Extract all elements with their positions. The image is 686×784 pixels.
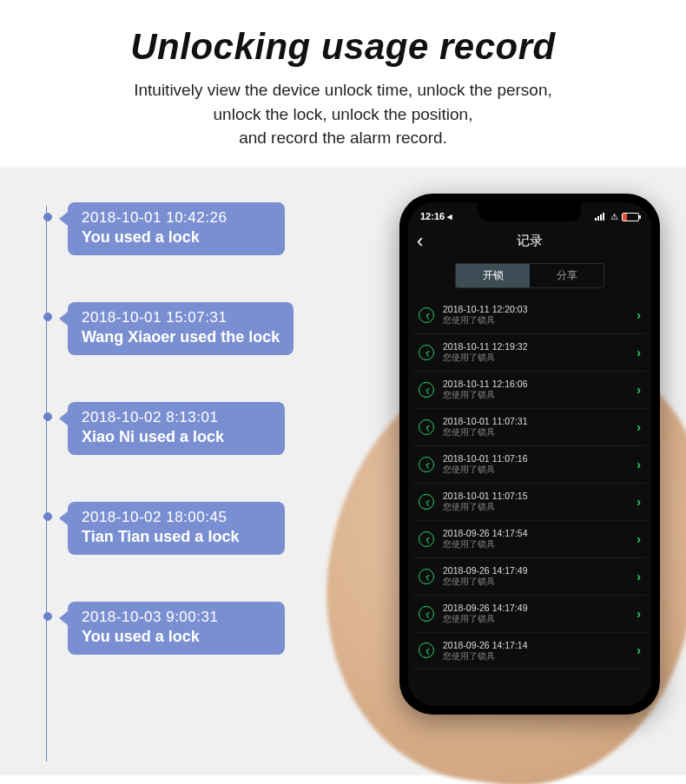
record-content: 2018-10-01 11:07:16您使用了锁具 xyxy=(443,453,637,476)
chevron-right-icon: › xyxy=(637,458,641,471)
clock-icon xyxy=(419,569,434,584)
phone-frame: 12:16 ◂ ⚠ ‹ 记录 开锁 分享 2018-10-11 12:20:03… xyxy=(399,194,660,715)
timeline-dot xyxy=(43,213,52,221)
clock-icon xyxy=(419,494,434,510)
log-timestamp: 2018-10-02 18:00:45 xyxy=(82,509,271,526)
clock-icon xyxy=(419,382,434,398)
status-time: 12:16 ◂ xyxy=(420,211,452,222)
log-timestamp: 2018-10-02 8:13:01 xyxy=(82,409,271,426)
record-row[interactable]: 2018-10-01 11:07:31您使用了锁具› xyxy=(413,409,646,446)
record-content: 2018-09-26 14:17:49您使用了锁具 xyxy=(443,565,637,588)
timeline-dot xyxy=(43,612,52,621)
clock-icon xyxy=(419,419,434,435)
battery-icon xyxy=(622,213,639,221)
record-msg: 您使用了锁具 xyxy=(443,352,637,363)
clock-icon xyxy=(419,457,434,472)
log-message: Xiao Ni used a lock xyxy=(82,428,271,446)
record-time: 2018-10-11 12:19:32 xyxy=(443,341,637,353)
log-message: Wang Xiaoer used the lock xyxy=(82,328,280,346)
record-msg: 您使用了锁具 xyxy=(443,576,637,587)
nav-title: 记录 xyxy=(517,233,543,249)
log-bubble: 2018-10-02 18:00:45 Tian Tian used a loc… xyxy=(68,502,285,555)
record-time: 2018-09-26 14:17:54 xyxy=(443,528,637,540)
record-msg: 您使用了锁具 xyxy=(443,651,637,662)
timeline: 2018-10-01 10:42:26 You used a lock 2018… xyxy=(43,202,347,702)
record-time: 2018-09-26 14:17:49 xyxy=(443,603,637,615)
record-time: 2018-09-26 14:17:49 xyxy=(443,565,637,577)
phone-mockup: 12:16 ◂ ⚠ ‹ 记录 开锁 分享 2018-10-11 12:20:03… xyxy=(391,194,669,749)
record-row[interactable]: 2018-10-11 12:19:32您使用了锁具› xyxy=(413,334,646,372)
page-title: Unlocking usage record xyxy=(35,26,651,68)
content-area: 2018-10-01 10:42:26 You used a lock 2018… xyxy=(0,168,686,775)
record-list[interactable]: 2018-10-11 12:20:03您使用了锁具›2018-10-11 12:… xyxy=(408,297,651,670)
nav-bar: ‹ 记录 xyxy=(408,227,651,256)
timeline-dot xyxy=(43,412,52,421)
record-content: 2018-10-11 12:16:06您使用了锁具 xyxy=(443,379,637,401)
record-content: 2018-09-26 14:17:49您使用了锁具 xyxy=(443,603,637,625)
log-bubble: 2018-10-02 8:13:01 Xiao Ni used a lock xyxy=(68,402,285,455)
record-row[interactable]: 2018-09-26 14:17:14您使用了锁具› xyxy=(413,633,646,670)
record-msg: 您使用了锁具 xyxy=(443,464,637,475)
record-msg: 您使用了锁具 xyxy=(443,614,637,624)
wifi-icon: ⚠ xyxy=(610,212,618,221)
log-bubble: 2018-10-03 9:00:31 You used a lock xyxy=(68,602,285,655)
log-bubble: 2018-10-01 15:07:31 Wang Xiaoer used the… xyxy=(68,302,294,355)
chevron-right-icon: › xyxy=(637,532,641,546)
log-message: You used a lock xyxy=(82,228,271,247)
record-msg: 您使用了锁具 xyxy=(443,539,637,550)
tab-unlock[interactable]: 开锁 xyxy=(456,264,530,287)
segmented-control[interactable]: 开锁 分享 xyxy=(455,263,604,288)
record-content: 2018-10-01 11:07:31您使用了锁具 xyxy=(443,416,637,438)
chevron-right-icon: › xyxy=(637,420,641,434)
subtitle: Intuitively view the device unlock time,… xyxy=(35,78,651,150)
record-row[interactable]: 2018-10-01 11:07:15您使用了锁具› xyxy=(413,484,646,521)
log-message: Tian Tian used a lock xyxy=(82,528,271,546)
log-bubble: 2018-10-01 10:42:26 You used a lock xyxy=(68,202,285,255)
record-msg: 您使用了锁具 xyxy=(443,502,637,512)
log-message: You used a lock xyxy=(82,628,271,646)
chevron-right-icon: › xyxy=(637,346,641,359)
phone-screen: 12:16 ◂ ⚠ ‹ 记录 开锁 分享 2018-10-11 12:20:03… xyxy=(408,202,651,706)
record-content: 2018-10-01 11:07:15您使用了锁具 xyxy=(443,491,637,513)
record-row[interactable]: 2018-10-01 11:07:16您使用了锁具› xyxy=(413,446,646,484)
clock-icon xyxy=(419,606,434,622)
record-msg: 您使用了锁具 xyxy=(443,390,637,400)
record-row[interactable]: 2018-10-11 12:20:03您使用了锁具› xyxy=(413,297,646,334)
record-time: 2018-10-01 11:07:15 xyxy=(443,491,637,503)
clock-icon xyxy=(419,642,434,658)
log-timestamp: 2018-10-01 15:07:31 xyxy=(82,309,280,326)
record-time: 2018-10-11 12:20:03 xyxy=(443,304,637,316)
record-row[interactable]: 2018-09-26 14:17:54您使用了锁具› xyxy=(413,521,646,558)
record-row[interactable]: 2018-09-26 14:17:49您使用了锁具› xyxy=(413,596,646,633)
record-row[interactable]: 2018-09-26 14:17:49您使用了锁具› xyxy=(413,558,646,596)
clock-icon xyxy=(419,307,434,323)
record-content: 2018-09-26 14:17:54您使用了锁具 xyxy=(443,528,637,550)
timeline-dot xyxy=(43,512,52,521)
chevron-right-icon: › xyxy=(637,308,641,322)
chevron-right-icon: › xyxy=(637,383,641,397)
record-row[interactable]: 2018-10-11 12:16:06您使用了锁具› xyxy=(413,372,646,409)
tab-share[interactable]: 分享 xyxy=(530,264,604,287)
clock-icon xyxy=(419,531,434,547)
record-msg: 您使用了锁具 xyxy=(443,427,637,438)
header: Unlocking usage record Intuitively view … xyxy=(0,0,686,159)
back-button[interactable]: ‹ xyxy=(417,232,423,251)
chevron-right-icon: › xyxy=(637,643,641,657)
signal-icon xyxy=(595,213,607,221)
log-timestamp: 2018-10-01 10:42:26 xyxy=(82,209,271,227)
record-content: 2018-10-11 12:20:03您使用了锁具 xyxy=(443,304,637,326)
chevron-right-icon: › xyxy=(637,607,641,621)
chevron-right-icon: › xyxy=(637,570,641,583)
record-time: 2018-09-26 14:17:14 xyxy=(443,640,637,652)
record-time: 2018-10-01 11:07:31 xyxy=(443,416,637,428)
timeline-dot xyxy=(43,313,52,321)
status-indicators: ⚠ xyxy=(595,212,639,221)
record-time: 2018-10-01 11:07:16 xyxy=(443,453,637,465)
record-content: 2018-10-11 12:19:32您使用了锁具 xyxy=(443,341,637,364)
phone-notch xyxy=(478,202,582,221)
clock-icon xyxy=(419,345,434,360)
record-msg: 您使用了锁具 xyxy=(443,315,637,326)
chevron-right-icon: › xyxy=(637,495,641,509)
log-timestamp: 2018-10-03 9:00:31 xyxy=(82,609,271,626)
record-content: 2018-09-26 14:17:14您使用了锁具 xyxy=(443,640,637,662)
